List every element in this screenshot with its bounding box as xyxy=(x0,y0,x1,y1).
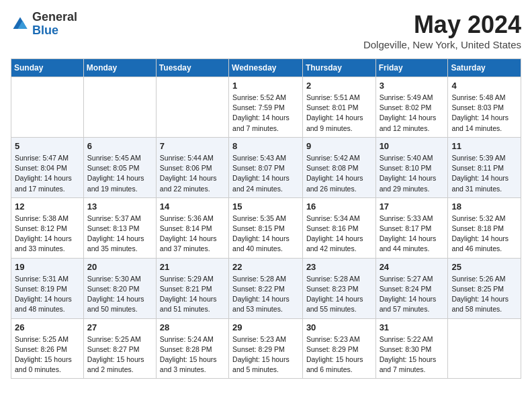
day-info: Sunrise: 5:35 AMSunset: 8:15 PMDaylight:… xyxy=(232,214,299,255)
day-header-monday: Monday xyxy=(83,59,156,77)
day-info: Sunrise: 5:45 AMSunset: 8:05 PMDaylight:… xyxy=(87,153,152,194)
location: Dolgeville, New York, United States xyxy=(363,39,521,50)
day-number: 1 xyxy=(232,81,299,91)
week-row-1: 1Sunrise: 5:52 AMSunset: 7:59 PMDaylight… xyxy=(11,77,521,138)
day-number: 10 xyxy=(380,141,445,151)
week-row-2: 5Sunrise: 5:47 AMSunset: 8:04 PMDaylight… xyxy=(11,137,521,197)
month-title: May 2024 xyxy=(363,11,521,39)
day-info: Sunrise: 5:52 AMSunset: 7:59 PMDaylight:… xyxy=(232,93,299,134)
calendar-cell: 15Sunrise: 5:35 AMSunset: 8:15 PMDayligh… xyxy=(229,197,303,258)
calendar-cell xyxy=(448,318,521,379)
day-header-saturday: Saturday xyxy=(448,59,521,77)
calendar-cell: 5Sunrise: 5:47 AMSunset: 8:04 PMDaylight… xyxy=(11,137,84,197)
day-info: Sunrise: 5:40 AMSunset: 8:10 PMDaylight:… xyxy=(380,153,445,194)
calendar-cell: 21Sunrise: 5:29 AMSunset: 8:21 PMDayligh… xyxy=(156,258,228,318)
day-number: 31 xyxy=(380,322,445,332)
day-info: Sunrise: 5:25 AMSunset: 8:27 PMDaylight:… xyxy=(87,334,152,375)
calendar-cell: 11Sunrise: 5:39 AMSunset: 8:11 PMDayligh… xyxy=(448,137,521,197)
calendar-cell: 17Sunrise: 5:33 AMSunset: 8:17 PMDayligh… xyxy=(375,197,448,258)
day-info: Sunrise: 5:32 AMSunset: 8:18 PMDaylight:… xyxy=(451,214,517,255)
day-number: 28 xyxy=(160,322,225,332)
day-info: Sunrise: 5:34 AMSunset: 8:16 PMDaylight:… xyxy=(306,214,372,255)
day-info: Sunrise: 5:22 AMSunset: 8:30 PMDaylight:… xyxy=(380,334,445,375)
week-row-4: 19Sunrise: 5:31 AMSunset: 8:19 PMDayligh… xyxy=(11,258,521,318)
day-info: Sunrise: 5:44 AMSunset: 8:06 PMDaylight:… xyxy=(160,153,225,194)
calendar-cell: 27Sunrise: 5:25 AMSunset: 8:27 PMDayligh… xyxy=(83,318,156,379)
day-info: Sunrise: 5:29 AMSunset: 8:21 PMDaylight:… xyxy=(160,274,225,315)
day-number: 9 xyxy=(306,141,372,151)
day-info: Sunrise: 5:28 AMSunset: 8:22 PMDaylight:… xyxy=(232,274,299,315)
calendar-cell: 3Sunrise: 5:49 AMSunset: 8:02 PMDaylight… xyxy=(375,77,448,138)
logo-general: General xyxy=(32,10,77,24)
title-block: May 2024 Dolgeville, New York, United St… xyxy=(363,11,521,50)
calendar-cell: 12Sunrise: 5:38 AMSunset: 8:12 PMDayligh… xyxy=(11,197,84,258)
day-number: 27 xyxy=(87,322,152,332)
page-header: General Blue May 2024 Dolgeville, New Yo… xyxy=(11,11,521,50)
day-info: Sunrise: 5:49 AMSunset: 8:02 PMDaylight:… xyxy=(380,93,445,134)
day-number: 21 xyxy=(160,262,225,272)
day-info: Sunrise: 5:51 AMSunset: 8:01 PMDaylight:… xyxy=(306,93,372,134)
day-number: 11 xyxy=(451,141,517,151)
day-number: 30 xyxy=(306,322,372,332)
day-info: Sunrise: 5:23 AMSunset: 8:29 PMDaylight:… xyxy=(306,334,372,375)
day-number: 25 xyxy=(451,262,517,272)
calendar-cell: 8Sunrise: 5:43 AMSunset: 8:07 PMDaylight… xyxy=(229,137,303,197)
calendar-cell: 30Sunrise: 5:23 AMSunset: 8:29 PMDayligh… xyxy=(302,318,375,379)
calendar-table: SundayMondayTuesdayWednesdayThursdayFrid… xyxy=(11,58,521,379)
calendar-cell: 2Sunrise: 5:51 AMSunset: 8:01 PMDaylight… xyxy=(302,77,375,138)
day-number: 13 xyxy=(87,201,152,212)
day-number: 3 xyxy=(380,81,445,91)
day-number: 12 xyxy=(15,201,80,212)
day-number: 17 xyxy=(380,201,445,212)
day-info: Sunrise: 5:23 AMSunset: 8:29 PMDaylight:… xyxy=(232,334,299,375)
day-number: 14 xyxy=(160,201,225,212)
days-of-week-row: SundayMondayTuesdayWednesdayThursdayFrid… xyxy=(11,59,521,77)
day-info: Sunrise: 5:30 AMSunset: 8:20 PMDaylight:… xyxy=(87,274,152,315)
calendar-cell: 23Sunrise: 5:28 AMSunset: 8:23 PMDayligh… xyxy=(302,258,375,318)
day-number: 8 xyxy=(232,141,299,151)
day-number: 7 xyxy=(160,141,225,151)
day-info: Sunrise: 5:36 AMSunset: 8:14 PMDaylight:… xyxy=(160,214,225,255)
day-number: 2 xyxy=(306,81,372,91)
day-info: Sunrise: 5:33 AMSunset: 8:17 PMDaylight:… xyxy=(380,214,445,255)
calendar-cell: 24Sunrise: 5:27 AMSunset: 8:24 PMDayligh… xyxy=(375,258,448,318)
day-number: 26 xyxy=(15,322,80,332)
calendar-cell xyxy=(156,77,228,138)
calendar-cell xyxy=(11,77,84,138)
day-number: 4 xyxy=(451,81,517,91)
calendar-cell: 25Sunrise: 5:26 AMSunset: 8:25 PMDayligh… xyxy=(448,258,521,318)
day-info: Sunrise: 5:31 AMSunset: 8:19 PMDaylight:… xyxy=(15,274,80,315)
calendar-cell: 20Sunrise: 5:30 AMSunset: 8:20 PMDayligh… xyxy=(83,258,156,318)
day-info: Sunrise: 5:27 AMSunset: 8:24 PMDaylight:… xyxy=(380,274,445,315)
day-info: Sunrise: 5:26 AMSunset: 8:25 PMDaylight:… xyxy=(451,274,517,315)
calendar-cell: 10Sunrise: 5:40 AMSunset: 8:10 PMDayligh… xyxy=(375,137,448,197)
calendar-cell: 29Sunrise: 5:23 AMSunset: 8:29 PMDayligh… xyxy=(229,318,303,379)
calendar-cell: 7Sunrise: 5:44 AMSunset: 8:06 PMDaylight… xyxy=(156,137,228,197)
day-number: 19 xyxy=(15,262,80,272)
day-header-thursday: Thursday xyxy=(302,59,375,77)
day-number: 16 xyxy=(306,201,372,212)
calendar-cell: 4Sunrise: 5:48 AMSunset: 8:03 PMDaylight… xyxy=(448,77,521,138)
calendar-cell: 13Sunrise: 5:37 AMSunset: 8:13 PMDayligh… xyxy=(83,197,156,258)
day-info: Sunrise: 5:28 AMSunset: 8:23 PMDaylight:… xyxy=(306,274,372,315)
day-info: Sunrise: 5:43 AMSunset: 8:07 PMDaylight:… xyxy=(232,153,299,194)
calendar-cell: 1Sunrise: 5:52 AMSunset: 7:59 PMDaylight… xyxy=(229,77,303,138)
calendar-cell: 22Sunrise: 5:28 AMSunset: 8:22 PMDayligh… xyxy=(229,258,303,318)
week-row-3: 12Sunrise: 5:38 AMSunset: 8:12 PMDayligh… xyxy=(11,197,521,258)
day-info: Sunrise: 5:24 AMSunset: 8:28 PMDaylight:… xyxy=(160,334,225,375)
day-header-sunday: Sunday xyxy=(11,59,84,77)
day-number: 24 xyxy=(380,262,445,272)
calendar-cell: 28Sunrise: 5:24 AMSunset: 8:28 PMDayligh… xyxy=(156,318,228,379)
day-number: 5 xyxy=(15,141,80,151)
day-info: Sunrise: 5:38 AMSunset: 8:12 PMDaylight:… xyxy=(15,214,80,255)
day-number: 23 xyxy=(306,262,372,272)
day-number: 6 xyxy=(87,141,152,151)
day-number: 20 xyxy=(87,262,152,272)
day-number: 15 xyxy=(232,201,299,212)
day-info: Sunrise: 5:37 AMSunset: 8:13 PMDaylight:… xyxy=(87,214,152,255)
logo-icon xyxy=(11,15,30,34)
calendar-cell xyxy=(83,77,156,138)
calendar-cell: 16Sunrise: 5:34 AMSunset: 8:16 PMDayligh… xyxy=(302,197,375,258)
day-info: Sunrise: 5:25 AMSunset: 8:26 PMDaylight:… xyxy=(15,334,80,375)
logo-text: General Blue xyxy=(32,11,77,38)
